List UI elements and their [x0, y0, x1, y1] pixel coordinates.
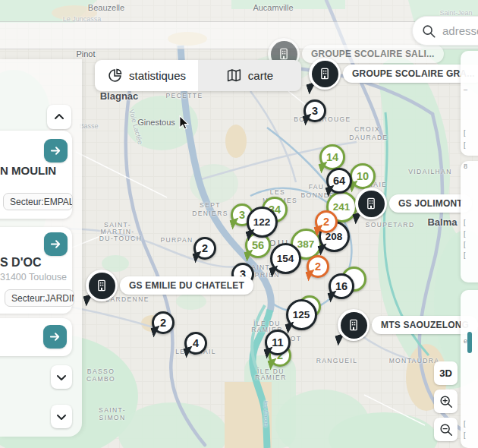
right-panel-glyph: [ — [464, 141, 466, 149]
school-label-pill[interactable]: GS JOLIMONT — [389, 194, 472, 213]
view-tabs: statistiques carte — [95, 60, 301, 91]
arrow-right-icon — [49, 330, 61, 343]
chevron-down-icon — [55, 371, 68, 383]
card-1-go-button[interactable] — [44, 139, 68, 162]
cluster-count: 241 — [333, 201, 351, 213]
card-1-title: N MOULIN — [0, 164, 56, 177]
cluster-count: 10 — [357, 170, 369, 182]
school-card-3 — [0, 318, 72, 356]
card-3-go-button[interactable] — [43, 325, 67, 349]
cluster-marker[interactable]: 2 — [152, 311, 175, 334]
tab-carte[interactable]: carte — [198, 60, 301, 91]
right-panel-glyph: [ — [464, 129, 466, 137]
school-label-pill[interactable]: GS EMILIE DU CHATELET — [120, 276, 253, 295]
card-2-go-button[interactable] — [44, 232, 68, 256]
cluster-count: 11 — [272, 336, 283, 349]
cluster-marker[interactable]: 2 — [307, 255, 329, 278]
tab-carte-label: carte — [248, 69, 273, 82]
cluster-marker[interactable]: 122 — [247, 207, 278, 238]
school-marker[interactable] — [86, 270, 118, 301]
chevron-down-icon — [55, 411, 68, 423]
collapse-up-button[interactable] — [47, 105, 71, 129]
building-icon — [317, 66, 332, 81]
right-panel-glyph: [ — [464, 420, 466, 427]
right-panel-glyph: – — [464, 86, 467, 93]
app-stage: BeauzelleAucamvilleSaint-JeanLe Juncassa… — [0, 0, 478, 448]
cluster-count: 16 — [335, 280, 347, 292]
cluster-marker[interactable]: 10 — [350, 163, 376, 189]
zoom-in-button[interactable] — [434, 390, 458, 413]
search-icon — [421, 24, 436, 39]
marker-inner — [312, 61, 338, 87]
cluster-marker[interactable]: 16 — [329, 273, 354, 299]
marker-inner — [358, 191, 385, 217]
3d-button-label: 3D — [439, 368, 452, 379]
right-panel-accent-bar — [467, 332, 472, 353]
building-icon — [94, 278, 109, 293]
school-marker[interactable] — [355, 188, 387, 219]
tab-statistiques-label: statistiques — [129, 69, 186, 82]
cluster-count: 387 — [297, 238, 315, 250]
cluster-count: 3 — [239, 209, 245, 221]
card-1-sector-badge: Secteur:EMPAL — [3, 193, 73, 210]
results-sidebar: N MOULIN Secteur:EMPAL S D'OC 31400 Toul… — [0, 59, 82, 437]
cluster-count: 122 — [253, 216, 271, 228]
marker-inner — [89, 273, 115, 299]
map-icon — [226, 68, 242, 84]
building-icon — [363, 196, 379, 211]
right-panel-glyph: [ — [464, 251, 466, 259]
right-panel-glyph: [ — [464, 431, 466, 439]
cluster-count: 3 — [312, 105, 318, 117]
pie-chart-icon — [107, 68, 123, 84]
3d-button[interactable]: 3D — [434, 361, 458, 385]
cluster-count: 14 — [326, 151, 338, 163]
cluster-marker[interactable]: 14 — [319, 144, 345, 170]
zoom-in-icon — [439, 394, 454, 409]
cluster-marker[interactable]: 11 — [265, 330, 291, 355]
card-2-title: S D'OC — [0, 256, 41, 270]
chevron-up-icon — [53, 111, 65, 123]
cluster-count: 154 — [277, 253, 294, 264]
cluster-count: 2 — [323, 216, 329, 228]
tab-statistiques[interactable]: statistiques — [95, 60, 198, 91]
cluster-count: 64 — [333, 175, 345, 187]
cluster-marker[interactable]: 3 — [303, 99, 326, 122]
right-panel-glyph: 8 — [464, 162, 467, 170]
search-placeholder: adresse — [442, 24, 478, 37]
cluster-count: 2 — [202, 242, 208, 254]
zoom-out-icon — [439, 422, 454, 437]
cluster-marker[interactable]: 64 — [326, 168, 352, 194]
school-marker[interactable] — [309, 58, 341, 90]
cluster-count: 4 — [193, 337, 199, 349]
cluster-marker[interactable]: 2 — [193, 237, 216, 260]
school-label-pill[interactable]: GROUPE SCOLAIRE GRA... — [343, 65, 478, 83]
building-icon — [346, 317, 361, 333]
cluster-marker[interactable]: 125 — [286, 299, 317, 330]
cluster-count: 125 — [293, 309, 310, 320]
cluster-count: 56 — [252, 239, 264, 251]
arrow-right-icon — [49, 238, 62, 251]
school-card-2: S D'OC 31400 Toulouse Secteur:JARDIN — [0, 227, 72, 314]
right-panel-glyph: [ — [464, 230, 466, 238]
school-card-1: N MOULIN Secteur:EMPAL — [0, 131, 72, 219]
right-panel-strip-1 — [461, 51, 478, 156]
address-search[interactable]: adresse — [412, 16, 478, 46]
card-2-sector-badge: Secteur:JARDIN — [5, 289, 74, 307]
cluster-marker[interactable]: 154 — [270, 243, 301, 274]
cluster-marker[interactable]: 2 — [315, 210, 338, 233]
right-panel-glyph: [ — [464, 219, 466, 226]
zoom-out-button[interactable] — [434, 418, 458, 441]
scroll-down-button-1[interactable] — [51, 365, 72, 389]
cluster-count: 2 — [315, 260, 321, 273]
arrow-right-icon — [49, 144, 62, 157]
cluster-marker[interactable]: 4 — [184, 332, 207, 355]
card-2-subtitle: 31400 Toulouse — [0, 272, 67, 282]
cluster-count: 2 — [160, 317, 166, 329]
right-panel-glyph: [ — [464, 241, 466, 248]
school-marker[interactable] — [338, 309, 370, 341]
marker-inner — [341, 312, 367, 339]
scroll-down-button-2[interactable] — [51, 405, 72, 428]
building-icon — [276, 46, 291, 62]
